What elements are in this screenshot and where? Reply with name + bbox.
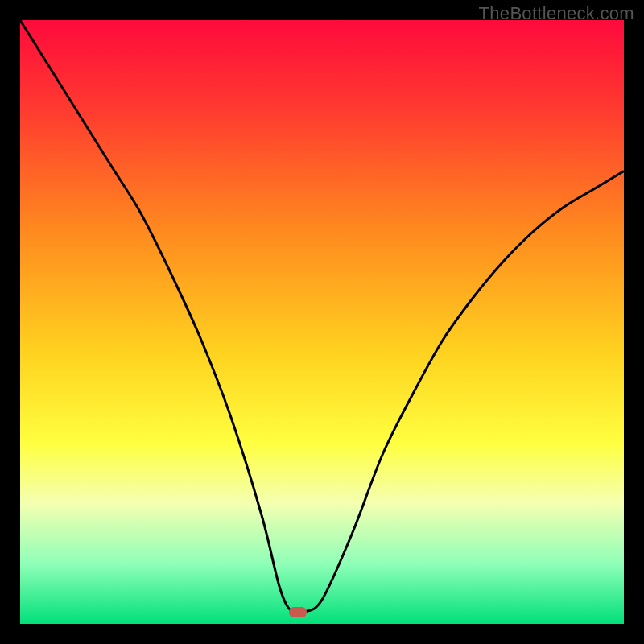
chart-svg: [20, 20, 624, 624]
optimum-marker: [289, 607, 307, 617]
watermark-text: TheBottleneck.com: [479, 3, 634, 24]
plot-area: [20, 20, 624, 624]
chart-frame: TheBottleneck.com: [0, 0, 644, 644]
gradient-background: [20, 20, 624, 624]
